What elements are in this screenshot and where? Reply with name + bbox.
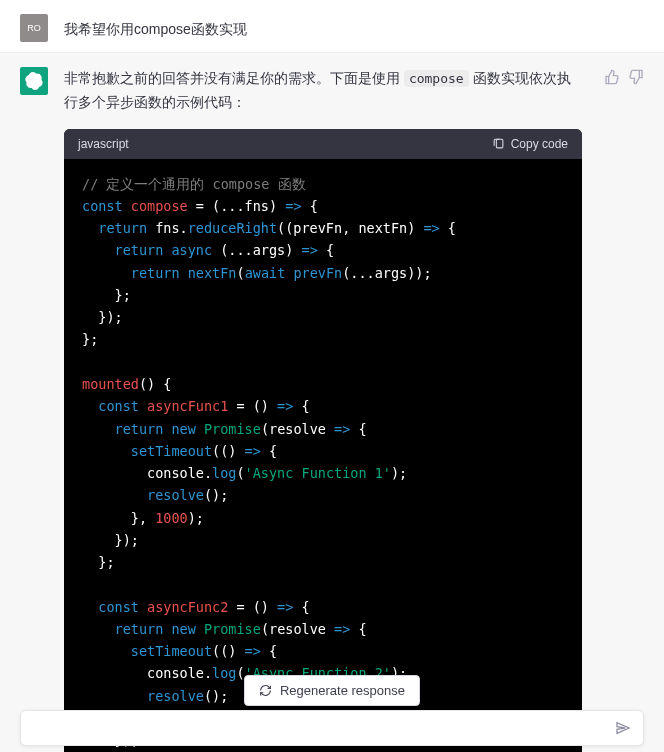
clipboard-icon <box>492 137 505 150</box>
message-input[interactable] <box>20 710 644 746</box>
code-content: // 定义一个通用的 compose 函数 const compose = (.… <box>64 159 582 752</box>
assistant-text: 非常抱歉之前的回答并没有满足你的需求。下面是使用 compose 函数实现依次执… <box>64 67 582 115</box>
code-language-label: javascript <box>78 137 129 151</box>
svg-rect-0 <box>496 139 503 148</box>
user-text: 我希望你用compose函数实现 <box>64 14 644 42</box>
copy-code-label: Copy code <box>511 137 568 151</box>
user-message: RO 我希望你用compose函数实现 <box>0 0 664 52</box>
code-header: javascript Copy code <box>64 129 582 159</box>
feedback-buttons <box>604 67 644 752</box>
assistant-content: 非常抱歉之前的回答并没有满足你的需求。下面是使用 compose 函数实现依次执… <box>64 67 582 752</box>
code-block: javascript Copy code // 定义一个通用的 compose … <box>64 129 582 752</box>
regenerate-button[interactable]: Regenerate response <box>244 675 420 706</box>
copy-code-button[interactable]: Copy code <box>492 137 568 151</box>
refresh-icon <box>259 684 272 697</box>
inline-code-compose: compose <box>404 70 469 87</box>
send-icon[interactable] <box>615 720 631 736</box>
assistant-message: 非常抱歉之前的回答并没有满足你的需求。下面是使用 compose 函数实现依次执… <box>0 52 664 752</box>
user-avatar: RO <box>20 14 48 42</box>
regenerate-label: Regenerate response <box>280 683 405 698</box>
openai-icon <box>25 72 43 90</box>
thumbs-down-icon[interactable] <box>628 69 644 85</box>
reply-prefix: 非常抱歉之前的回答并没有满足你的需求。下面是使用 <box>64 70 404 86</box>
thumbs-up-icon[interactable] <box>604 69 620 85</box>
assistant-avatar <box>20 67 48 95</box>
